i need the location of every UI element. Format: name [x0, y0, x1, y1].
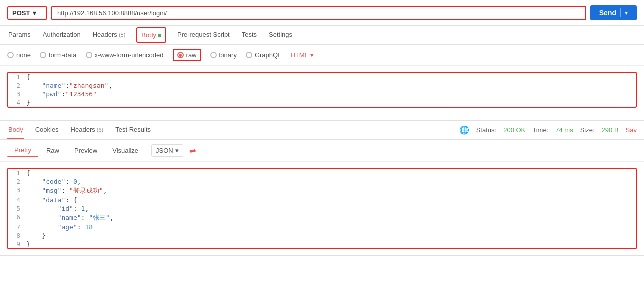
tab-headers[interactable]: Headers (8): [92, 26, 127, 44]
tab-params[interactable]: Params: [7, 26, 32, 44]
method-label: POST: [12, 9, 30, 17]
response-meta: 🌐 Status: 200 OK Time: 74 ms Size: 290 B…: [459, 125, 637, 135]
resp-tab-headers[interactable]: Headers (6): [70, 121, 105, 139]
subtab-visualize[interactable]: Visualize: [105, 144, 145, 157]
radio-urlencoded-circle: [86, 52, 92, 58]
html-format-selector[interactable]: HTML ▾: [290, 51, 313, 59]
response-subtabs: Pretty Raw Preview Visualize JSON ▾ ⇌: [0, 140, 644, 162]
radio-none[interactable]: none: [7, 51, 31, 59]
subtab-raw[interactable]: Raw: [39, 144, 66, 157]
body-type-row: none form-data x-www-form-urlencoded raw…: [0, 45, 644, 66]
response-tabs: Body Cookies Headers (6) Test Results 🌐 …: [0, 121, 644, 140]
format-chevron: ▾: [175, 147, 179, 154]
resp-line-9: 9 }: [8, 240, 636, 248]
response-code-box: 1 { 2 "code": 0, 3 "msg": "登录成功", 4 "dat…: [7, 168, 637, 249]
status-label: Status:: [476, 126, 496, 134]
send-divider: [620, 8, 621, 17]
radio-urlencoded[interactable]: x-www-form-urlencoded: [86, 51, 164, 59]
tab-authorization[interactable]: Authorization: [42, 26, 82, 44]
html-dropdown-chevron: ▾: [310, 51, 314, 59]
body-dot: [158, 34, 161, 37]
radio-form-data[interactable]: form-data: [40, 51, 77, 59]
format-label: JSON: [156, 147, 173, 154]
radio-binary-circle: [210, 52, 217, 58]
method-selector[interactable]: POST ▾: [7, 6, 47, 20]
resp-line-2: 2 "code": 0,: [8, 177, 636, 186]
method-chevron: ▾: [33, 9, 36, 17]
radio-graphql[interactable]: GraphQL: [246, 51, 281, 59]
html-format-label: HTML: [290, 51, 308, 59]
request-code-editor: 1 { 2 "name":"zhangsan", 3 "pwd":"123456…: [0, 66, 644, 121]
request-code-box: 1 { 2 "name":"zhangsan", 3 "pwd":"123456…: [7, 72, 637, 108]
time-value: 74 ms: [555, 126, 573, 134]
radio-none-circle: [7, 52, 14, 58]
resp-line-4: 4 "data": {: [8, 196, 636, 204]
subtab-pretty[interactable]: Pretty: [7, 144, 38, 157]
send-label: Send: [599, 9, 616, 17]
resp-line-6: 6 "name": "张三",: [8, 213, 636, 223]
req-line-4: 4 }: [8, 98, 636, 107]
req-line-3: 3 "pwd":"123456": [8, 90, 636, 98]
url-bar: POST ▾ Send ▾: [0, 0, 644, 26]
radio-form-data-circle: [40, 52, 46, 58]
req-line-1: 1 {: [8, 73, 636, 81]
radio-graphql-circle: [246, 52, 252, 58]
format-selector[interactable]: JSON ▾: [151, 144, 183, 157]
tab-settings[interactable]: Settings: [268, 26, 293, 44]
globe-icon: 🌐: [459, 125, 469, 135]
send-chevron: ▾: [625, 10, 628, 16]
resp-line-5: 5 "id": 1,: [8, 204, 636, 213]
radio-raw-circle: [177, 52, 184, 58]
time-label: Time:: [532, 126, 548, 134]
req-line-2: 2 "name":"zhangsan",: [8, 81, 636, 90]
status-value: 200 OK: [503, 126, 525, 134]
response-code-editor: 1 { 2 "code": 0, 3 "msg": "登录成功", 4 "dat…: [0, 162, 644, 256]
request-tabs: Params Authorization Headers (8) Body Pr…: [0, 26, 644, 45]
tab-tests[interactable]: Tests: [241, 26, 258, 44]
radio-binary[interactable]: binary: [210, 51, 237, 59]
resp-tab-cookies[interactable]: Cookies: [34, 121, 60, 139]
size-label: Size:: [580, 126, 595, 134]
resp-line-8: 8 }: [8, 231, 636, 240]
resp-line-3: 3 "msg": "登录成功",: [8, 186, 636, 196]
subtab-preview[interactable]: Preview: [67, 144, 104, 157]
resp-line-7: 7 "age": 18: [8, 223, 636, 231]
size-value: 290 B: [602, 126, 619, 134]
wrap-icon[interactable]: ⇌: [189, 146, 196, 155]
save-link[interactable]: Sav: [626, 126, 637, 134]
radio-raw[interactable]: raw: [173, 49, 201, 61]
resp-tab-body[interactable]: Body: [7, 121, 24, 139]
tab-body[interactable]: Body: [136, 27, 166, 43]
resp-tab-test-results[interactable]: Test Results: [114, 121, 152, 139]
resp-line-1: 1 {: [8, 169, 636, 177]
tab-pre-request[interactable]: Pre-request Script: [176, 26, 231, 44]
send-button[interactable]: Send ▾: [590, 5, 637, 20]
url-input[interactable]: [51, 6, 586, 20]
